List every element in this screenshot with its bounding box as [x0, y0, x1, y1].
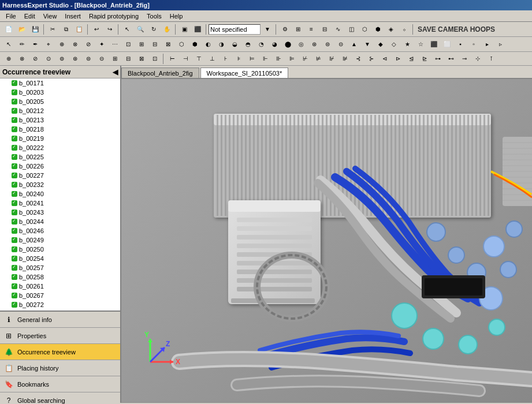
tree-item[interactable]: b_00257 [0, 263, 120, 272]
tb-b3[interactable]: ⊟ [318, 24, 331, 35]
tree-item[interactable]: b_00219 [0, 134, 120, 143]
tree-item[interactable]: b_00213 [0, 115, 120, 125]
tree-item[interactable]: b_00226 [0, 162, 120, 171]
tb3-b26[interactable]: ⊯ [338, 53, 351, 65]
tb3-b18[interactable]: ⊧ [232, 53, 245, 65]
tb-b5[interactable]: ◫ [345, 24, 358, 35]
tree-item[interactable]: b_00244 [0, 217, 120, 226]
tree-item[interactable]: b_00254 [0, 254, 120, 263]
tree-item[interactable]: b_00250 [0, 245, 120, 254]
not-specified-input[interactable] [209, 24, 261, 35]
tb-select-all[interactable]: ⬛ [191, 24, 204, 35]
tree-item[interactable]: b_00212 [0, 106, 120, 115]
nav-global-searching[interactable]: ? Global searching [0, 392, 120, 404]
tb3-b12[interactable]: ⊡ [148, 53, 161, 65]
tb3-b29[interactable]: ⊲ [378, 53, 391, 65]
tb2-b35[interactable]: ▪ [454, 39, 467, 50]
tb2-b28[interactable]: ▼ [361, 39, 374, 50]
tree-item[interactable]: b_00246 [0, 226, 120, 235]
tb3-b27[interactable]: ⊰ [352, 53, 364, 65]
tb-b2[interactable]: ≡ [305, 24, 318, 35]
tb3-b32[interactable]: ⊵ [418, 53, 431, 65]
tree-item[interactable]: b_00205 [0, 97, 120, 106]
tb3-b25[interactable]: ⊮ [325, 53, 338, 65]
tb2-b17[interactable]: ◑ [215, 39, 228, 50]
tb3-b28[interactable]: ⊱ [365, 53, 378, 65]
nav-properties[interactable]: ⊞ Properties [0, 328, 120, 344]
tb2-b9[interactable]: ⋯ [109, 39, 121, 50]
tb-pan[interactable]: ✋ [161, 24, 173, 35]
tb3-b34[interactable]: ⊷ [445, 53, 457, 65]
tb-new[interactable]: 📄 [2, 24, 15, 35]
nav-occurrence-treeview[interactable]: 🌲 Occurrence treeview [0, 344, 120, 360]
tree-item[interactable]: b_00249 [0, 235, 120, 245]
tb2-b33[interactable]: ⬛ [427, 39, 440, 50]
canvas-area[interactable]: X Y Z [121, 78, 532, 403]
tb2-b26[interactable]: ⊝ [334, 39, 347, 50]
tb3-b35[interactable]: ⊸ [458, 53, 471, 65]
tb3-b9[interactable]: ⊞ [109, 53, 121, 65]
tb2-b5[interactable]: ⊕ [55, 39, 68, 50]
tb2-b16[interactable]: ◐ [202, 39, 214, 50]
tb2-b31[interactable]: ★ [401, 39, 414, 50]
tb2-b36[interactable]: ▫ [467, 39, 480, 50]
tree-item[interactable]: b_00243 [0, 208, 120, 217]
tree-item[interactable]: b_00225 [0, 152, 120, 162]
tb2-b14[interactable]: ⬡ [175, 39, 188, 50]
tb-b8[interactable]: ◈ [385, 24, 397, 35]
tb3-b6[interactable]: ⊛ [69, 53, 81, 65]
menu-rapid[interactable]: Rapid prototyping [85, 12, 142, 21]
tb2-b23[interactable]: ◎ [295, 39, 307, 50]
tree-item[interactable]: b_00267 [0, 291, 120, 300]
tb3-b2[interactable]: ⊗ [16, 53, 28, 65]
tb3-b13[interactable]: ⊢ [166, 53, 178, 65]
tb3-b5[interactable]: ⊚ [55, 53, 68, 65]
tb2-b38[interactable]: ▹ [494, 39, 507, 50]
tb3-b21[interactable]: ⊪ [272, 53, 285, 65]
tb-b4[interactable]: ∿ [332, 24, 344, 35]
tb2-b20[interactable]: ◔ [255, 39, 267, 50]
tb3-b8[interactable]: ⊝ [95, 53, 108, 65]
tb2-b22[interactable]: ⬤ [281, 39, 294, 50]
tb2-b13[interactable]: ⊠ [162, 39, 174, 50]
tree-item[interactable]: b_00241 [0, 199, 120, 208]
tb-copy[interactable]: ⧉ [59, 24, 72, 35]
menu-help[interactable]: Help [166, 12, 187, 21]
tb2-b30[interactable]: ◇ [388, 39, 400, 50]
tb3-b31[interactable]: ⊴ [405, 53, 418, 65]
tb3-b37[interactable]: ⊺ [485, 53, 497, 65]
tb-b7[interactable]: ⬢ [371, 24, 384, 35]
tb-save[interactable]: 💾 [29, 24, 42, 35]
nav-bookmarks[interactable]: 🔖 Bookmarks [0, 376, 120, 392]
tb-cut[interactable]: ✂ [46, 24, 59, 35]
tb2-b18[interactable]: ◒ [228, 39, 241, 50]
menu-file[interactable]: File [2, 12, 20, 21]
tb3-b1[interactable]: ⊕ [2, 53, 15, 65]
tb-b6[interactable]: ⬡ [358, 24, 371, 35]
tb2-b34[interactable]: ⬜ [441, 39, 453, 50]
nav-placing-history[interactable]: 📋 Placing history [0, 360, 120, 376]
tb-rotate[interactable]: ↻ [147, 24, 160, 35]
tb-b9[interactable]: ⬦ [398, 24, 411, 35]
vp-tab-blackpool[interactable]: Blackpool_Antrieb_2fig [121, 68, 199, 78]
tb3-b22[interactable]: ⊫ [285, 53, 298, 65]
tb2-b8[interactable]: ✦ [95, 39, 108, 50]
tree-item[interactable]: b_00272 [0, 300, 120, 309]
tb2-b21[interactable]: ◕ [268, 39, 281, 50]
tb2-b11[interactable]: ⊞ [135, 39, 148, 50]
tb3-b3[interactable]: ⊘ [29, 53, 42, 65]
tb3-b24[interactable]: ⊭ [312, 53, 325, 65]
tb-paste[interactable]: 📋 [73, 24, 85, 35]
tb3-b19[interactable]: ⊨ [245, 53, 258, 65]
tree-item[interactable]: b_00261 [0, 282, 120, 291]
tb3-b30[interactable]: ⊳ [392, 53, 404, 65]
tb2-b15[interactable]: ⬢ [188, 39, 201, 50]
menu-tools[interactable]: Tools [143, 12, 165, 21]
tb2-b1[interactable]: ↖ [2, 39, 15, 50]
treeview-collapse-btn[interactable]: ◀ [113, 68, 118, 76]
tb2-b7[interactable]: ⊘ [82, 39, 95, 50]
tb-b1[interactable]: ⊞ [292, 24, 304, 35]
tb-open[interactable]: 📂 [16, 24, 28, 35]
tb2-b19[interactable]: ◓ [241, 39, 254, 50]
tree-item[interactable]: b_00258 [0, 272, 120, 282]
